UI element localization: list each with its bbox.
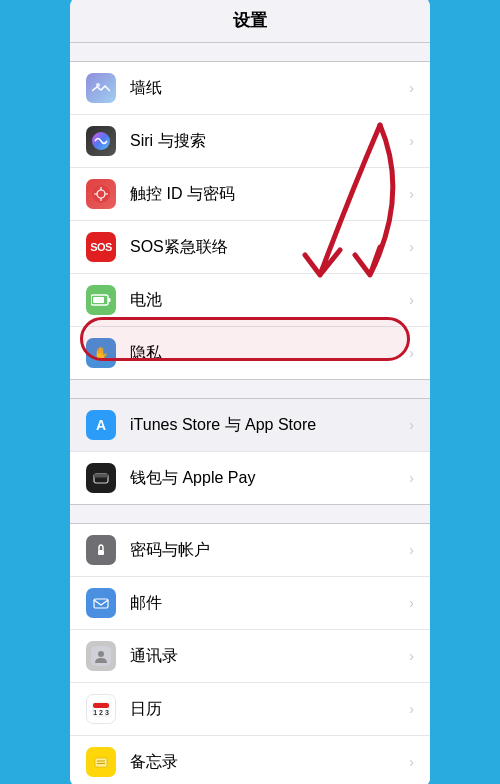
mail-icon xyxy=(86,588,116,618)
svg-rect-14 xyxy=(94,474,108,478)
chevron-icon: › xyxy=(409,648,414,664)
touchid-label: 触控 ID 与密码 xyxy=(130,184,403,205)
mail-label: 邮件 xyxy=(130,593,403,614)
list-item[interactable]: 邮件 › xyxy=(70,577,430,630)
svg-rect-6 xyxy=(108,298,111,302)
list-item[interactable]: 电池 › xyxy=(70,274,430,327)
chevron-icon: › xyxy=(409,345,414,361)
passwords-label: 密码与帐户 xyxy=(130,540,403,561)
list-item[interactable]: 1 2 3 日历 › xyxy=(70,683,430,736)
phone-container: 设置 墙纸 › Siri 与搜索 › 触控 ID 与密码 › SOS SOS xyxy=(70,0,430,784)
list-item[interactable]: 备忘录 › xyxy=(70,736,430,784)
contacts-icon xyxy=(86,641,116,671)
appstore-label: iTunes Store 与 App Store xyxy=(130,415,403,436)
battery-label: 电池 xyxy=(130,290,403,311)
chevron-icon: › xyxy=(409,292,414,308)
touchid-icon xyxy=(86,179,116,209)
svg-text:A: A xyxy=(96,417,106,433)
svg-rect-16 xyxy=(98,550,104,555)
chevron-icon: › xyxy=(409,470,414,486)
list-item[interactable]: SOS SOS紧急联络 › xyxy=(70,221,430,274)
svg-text:1 2 3: 1 2 3 xyxy=(93,709,109,716)
chevron-icon: › xyxy=(409,80,414,96)
chevron-icon: › xyxy=(409,133,414,149)
nav-bar: 设置 xyxy=(70,0,430,43)
privacy-label: 隐私 xyxy=(130,343,403,364)
list-item[interactable]: 通讯录 › xyxy=(70,630,430,683)
svg-text:✋: ✋ xyxy=(93,345,110,362)
settings-group-1: 墙纸 › Siri 与搜索 › 触控 ID 与密码 › SOS SOS紧急联络 … xyxy=(70,61,430,380)
svg-rect-23 xyxy=(93,703,109,708)
list-item[interactable]: 密码与帐户 › xyxy=(70,524,430,577)
chevron-icon: › xyxy=(409,186,414,202)
settings-group-3: 密码与帐户 › 邮件 › 通讯录 › 1 2 3 日历 › xyxy=(70,523,430,784)
sos-label: SOS紧急联络 xyxy=(130,237,403,258)
siri-icon xyxy=(86,126,116,156)
siri-label: Siri 与搜索 xyxy=(130,131,403,152)
chevron-icon: › xyxy=(409,542,414,558)
calendar-icon: 1 2 3 xyxy=(86,694,116,724)
chevron-icon: › xyxy=(409,595,414,611)
chevron-icon: › xyxy=(409,701,414,717)
list-item[interactable]: 墙纸 › xyxy=(70,62,430,115)
contacts-label: 通讯录 xyxy=(130,646,403,667)
appstore-icon: A xyxy=(86,410,116,440)
notes-icon xyxy=(86,747,116,777)
notes-label: 备忘录 xyxy=(130,752,403,773)
chevron-icon: › xyxy=(409,417,414,433)
passwords-icon xyxy=(86,535,116,565)
wallpaper-icon xyxy=(86,73,116,103)
list-item[interactable]: Siri 与搜索 › xyxy=(70,115,430,168)
battery-icon xyxy=(86,285,116,315)
list-item[interactable]: 钱包与 Apple Pay › xyxy=(70,452,430,504)
list-item[interactable]: A iTunes Store 与 App Store › xyxy=(70,399,430,452)
chevron-icon: › xyxy=(409,754,414,770)
list-item[interactable]: ✋ 隐私 › xyxy=(70,327,430,379)
wallet-icon xyxy=(86,463,116,493)
page-title: 设置 xyxy=(233,11,267,30)
sos-icon: SOS xyxy=(86,232,116,262)
list-item[interactable]: 触控 ID 与密码 › xyxy=(70,168,430,221)
chevron-icon: › xyxy=(409,239,414,255)
wallet-label: 钱包与 Apple Pay xyxy=(130,468,403,489)
settings-group-2: A iTunes Store 与 App Store › 钱包与 Apple P… xyxy=(70,398,430,505)
wallpaper-label: 墙纸 xyxy=(130,78,403,99)
svg-rect-26 xyxy=(95,758,107,767)
calendar-label: 日历 xyxy=(130,699,403,720)
svg-rect-7 xyxy=(93,297,104,303)
privacy-icon: ✋ xyxy=(86,338,116,368)
svg-point-20 xyxy=(98,651,104,657)
